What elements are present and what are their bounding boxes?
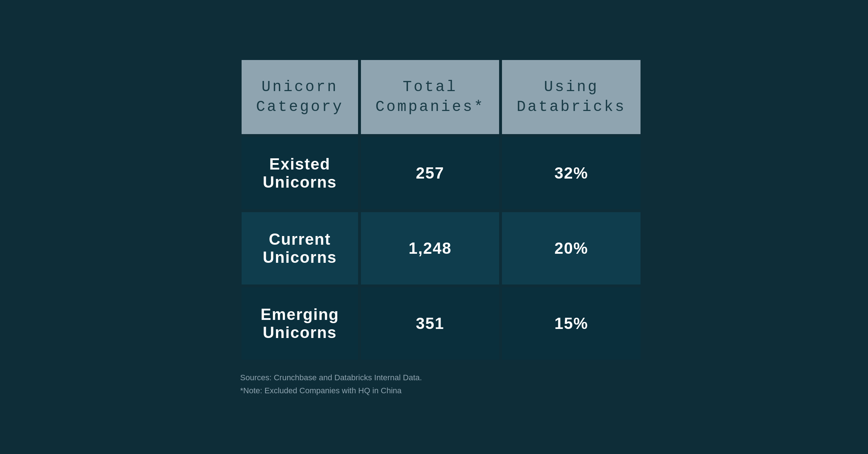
table-header-row: Unicorn Category Total Companies* Using … <box>242 60 641 134</box>
table-row-existed: Existed Unicorns 257 32% <box>242 137 641 209</box>
cell-existed-category: Existed Unicorns <box>242 137 358 209</box>
header-category: Unicorn Category <box>242 60 358 134</box>
table-wrapper: Unicorn Category Total Companies* Using … <box>239 57 629 363</box>
header-using: Using Databricks <box>502 60 640 134</box>
cell-emerging-category: Emerging Unicorns <box>242 287 358 360</box>
footnote-line1: Sources: Crunchbase and Databricks Inter… <box>240 371 422 384</box>
footnote-line2: *Note: Excluded Companies with HQ in Chi… <box>240 384 422 397</box>
cell-current-using: 20% <box>502 212 640 284</box>
cell-emerging-total: 351 <box>361 287 499 360</box>
unicorn-table: Unicorn Category Total Companies* Using … <box>239 57 643 363</box>
cell-existed-total: 257 <box>361 137 499 209</box>
cell-existed-using: 32% <box>502 137 640 209</box>
page-container: Unicorn Category Total Companies* Using … <box>239 57 629 397</box>
table-row-emerging: Emerging Unicorns 351 15% <box>242 287 641 360</box>
cell-emerging-using: 15% <box>502 287 640 360</box>
footnote: Sources: Crunchbase and Databricks Inter… <box>239 371 422 397</box>
cell-current-total: 1,248 <box>361 212 499 284</box>
header-total: Total Companies* <box>361 60 499 134</box>
cell-current-category: Current Unicorns <box>242 212 358 284</box>
table-row-current: Current Unicorns 1,248 20% <box>242 212 641 284</box>
